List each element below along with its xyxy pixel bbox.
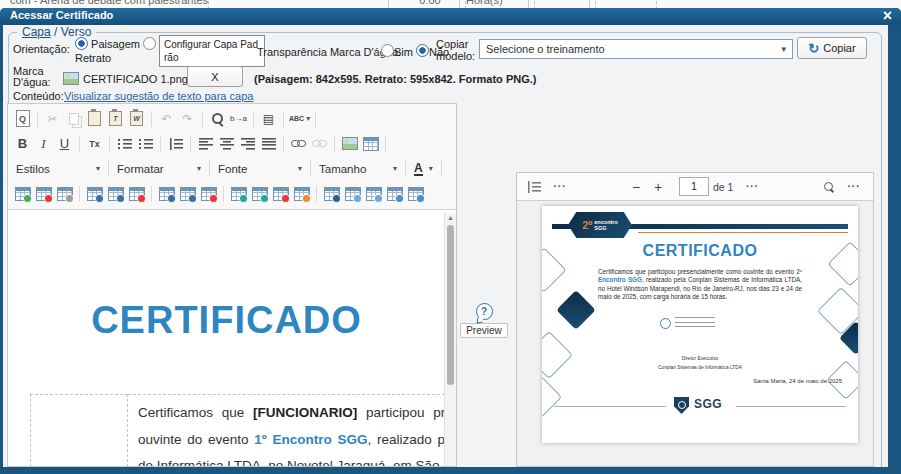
search-icon[interactable] xyxy=(819,178,837,196)
find-icon[interactable] xyxy=(208,110,227,128)
page-more-icon[interactable]: ··· xyxy=(743,178,761,196)
unlink-icon[interactable] xyxy=(310,135,329,153)
insert-row-above-icon[interactable] xyxy=(85,185,104,203)
link-icon[interactable] xyxy=(289,135,308,153)
zoom-in-icon[interactable]: + xyxy=(649,178,667,196)
retrato-radio[interactable] xyxy=(143,37,156,50)
bulleted-list-icon[interactable] xyxy=(136,135,155,153)
remove-watermark-button[interactable]: X xyxy=(187,66,243,87)
richtext-editor: Q ✂ T W ↶ ↷ b→a ▤ xyxy=(7,103,457,467)
insert-column-right-icon[interactable] xyxy=(178,185,197,203)
paste-as-text-icon[interactable]: T xyxy=(106,110,125,128)
more-options-icon[interactable]: ··· xyxy=(551,178,569,196)
toolbar-more-icon[interactable]: ··· xyxy=(845,178,863,196)
split-cell-horizontal-icon[interactable] xyxy=(385,185,404,203)
sidebar-toggle-icon[interactable] xyxy=(525,178,543,196)
page-input[interactable] xyxy=(679,177,709,196)
configurar-capa-padrao-button[interactable]: Configurar Capa Padrão xyxy=(159,35,265,67)
insert-table-icon[interactable] xyxy=(13,185,32,203)
insert-cell-after-icon[interactable] xyxy=(250,185,269,203)
align-right-icon[interactable] xyxy=(238,135,257,153)
insert-row-below-icon[interactable] xyxy=(106,185,125,203)
stamp-text xyxy=(675,317,715,329)
paste-from-word-icon[interactable]: W xyxy=(127,110,146,128)
numbered-list-icon[interactable] xyxy=(115,135,134,153)
pdf-preview-panel: ··· − + de 1 ··· ··· 2º encontroSGG xyxy=(516,172,874,467)
table-properties-icon[interactable] xyxy=(55,185,74,203)
delete-cell-icon[interactable] xyxy=(271,185,290,203)
estilos-dropdown[interactable]: Estilos▾ xyxy=(12,159,104,179)
align-center-icon[interactable] xyxy=(217,135,236,153)
insert-cell-before-icon[interactable] xyxy=(229,185,248,203)
image-file-icon xyxy=(63,72,79,85)
footer-line xyxy=(736,406,846,407)
conteudo-label: Conteúdo: xyxy=(13,90,64,102)
close-icon[interactable]: × xyxy=(883,6,892,26)
toolbar-row-3: Estilos▾ Formatar▾ Fonte▾ Tamanho▾ A▾ xyxy=(12,156,452,181)
select-all-icon[interactable]: ▤ xyxy=(259,110,278,128)
undo-icon[interactable]: ↶ xyxy=(157,110,176,128)
editor-toolbar: Q ✂ T W ↶ ↷ b→a ▤ xyxy=(8,104,456,210)
format-info: (Paisagem: 842x595. Retrato: 595x842. Fo… xyxy=(254,73,536,85)
orientacao-radios: Paisagem Retrato xyxy=(75,37,163,65)
tab-capa[interactable]: Capa xyxy=(22,25,51,39)
merge-cell-down-icon[interactable] xyxy=(364,185,383,203)
delete-table-icon[interactable] xyxy=(34,185,53,203)
chevron-down-icon: ▾ xyxy=(781,44,786,54)
paste-icon[interactable] xyxy=(85,110,104,128)
orange-line xyxy=(638,232,848,233)
replace-icon[interactable]: b→a xyxy=(229,110,248,128)
copiar-button[interactable]: ↻ Copiar xyxy=(797,37,867,59)
cell-properties-icon[interactable] xyxy=(292,185,311,203)
retrato-label: Retrato xyxy=(75,52,111,64)
align-justify-icon[interactable] xyxy=(259,135,278,153)
remove-format-icon[interactable]: Tx xyxy=(85,135,104,153)
fonte-dropdown[interactable]: Fonte▾ xyxy=(214,159,306,179)
treinamento-select[interactable]: Selecione o treinamento ▾ xyxy=(479,39,793,59)
copiar-modelo-label-2: modelo: xyxy=(436,50,475,62)
delete-column-icon[interactable] xyxy=(199,185,218,203)
align-left-icon[interactable] xyxy=(196,135,215,153)
help-bubble-icon[interactable]: ? xyxy=(476,303,493,320)
encontro-sgg-logo: 2º encontroSGG xyxy=(568,212,632,238)
orientacao-label: Orientação: xyxy=(13,43,70,55)
treinamento-select-value: Selecione o treinamento xyxy=(486,43,605,55)
pdf-toolbar: ··· − + de 1 ··· ··· xyxy=(517,173,873,201)
formatar-dropdown[interactable]: Formatar▾ xyxy=(113,159,205,179)
spellcheck-icon[interactable]: ABC▾ xyxy=(289,110,310,128)
transparencia-sim-radio[interactable] xyxy=(381,44,394,57)
zoom-out-icon[interactable]: − xyxy=(627,178,645,196)
text-color-dropdown[interactable]: A▾ xyxy=(410,159,437,179)
scrollbar-thumb[interactable] xyxy=(447,225,454,385)
blockquote-icon[interactable] xyxy=(166,135,185,153)
merge-cells-icon[interactable] xyxy=(322,185,341,203)
acessar-certificado-dialog: Acessar Certificado × Capa / Verso Orien… xyxy=(0,8,901,474)
signature-role: Diretor Executivo xyxy=(542,356,858,361)
insert-table-icon[interactable] xyxy=(361,135,380,153)
insert-column-left-icon[interactable] xyxy=(157,185,176,203)
redo-icon[interactable]: ↷ xyxy=(178,110,197,128)
bold-icon[interactable]: B xyxy=(13,135,32,153)
certificate-body: Certificamos que participou presencialme… xyxy=(598,268,802,302)
insert-image-icon[interactable] xyxy=(340,135,359,153)
signature-company: Conplan Sistemas de Informática LTDA xyxy=(542,365,858,370)
scroll-up-icon[interactable]: ▲ xyxy=(447,214,454,221)
editor-scrollbar[interactable]: ▲ xyxy=(444,213,456,466)
italic-icon[interactable]: I xyxy=(34,135,53,153)
tamanho-dropdown[interactable]: Tamanho▾ xyxy=(315,159,401,179)
preview-icon[interactable]: Q xyxy=(13,110,32,128)
transparencia-nao-radio[interactable] xyxy=(416,44,429,57)
background-table-row: com - Arena de debate com palestrantes 0… xyxy=(0,0,901,8)
paisagem-radio[interactable] xyxy=(75,37,88,50)
diamond-decoration xyxy=(556,290,596,330)
copy-icon[interactable] xyxy=(64,110,83,128)
underline-icon[interactable]: U xyxy=(55,135,74,153)
cut-icon[interactable]: ✂ xyxy=(43,110,62,128)
delete-row-icon[interactable] xyxy=(127,185,146,203)
toolbar-row-2: B I U Tx xyxy=(12,131,452,156)
preview-button[interactable]: Preview xyxy=(460,323,508,338)
merge-cell-right-icon[interactable] xyxy=(343,185,362,203)
split-cell-vertical-icon[interactable] xyxy=(406,185,425,203)
sugestao-texto-link[interactable]: Visualizar sugestão de texto para capa xyxy=(64,90,253,102)
editor-content[interactable]: CERTIFICADO Certificamos que [FUNCIONARI… xyxy=(8,213,445,466)
